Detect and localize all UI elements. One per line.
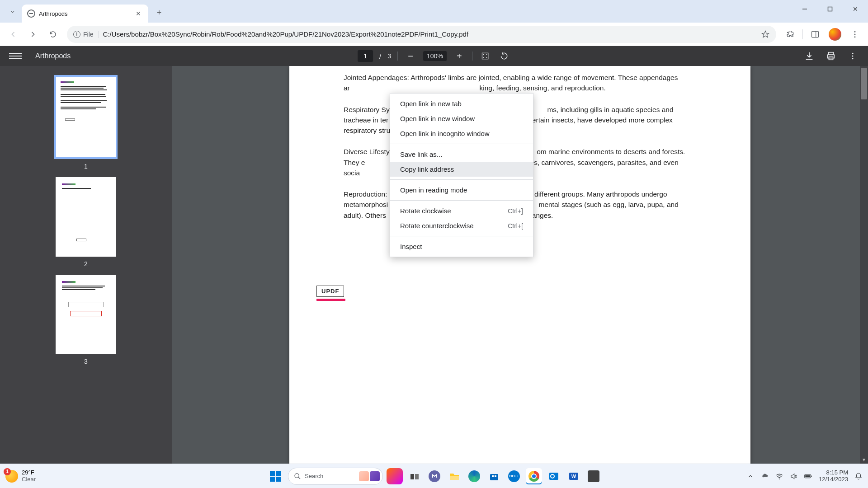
scroll-down-arrow[interactable]: ▼ [860, 455, 868, 464]
sidebar-toggle-button[interactable] [9, 50, 22, 62]
search-placeholder: Search [305, 473, 323, 479]
tab-search-dropdown[interactable] [4, 3, 22, 21]
taskbar-edge[interactable] [466, 468, 482, 484]
bookmark-star-icon[interactable] [761, 30, 770, 39]
vertical-scrollbar[interactable]: ▲ ▼ [860, 66, 868, 464]
thumbnail-page-1[interactable]: 1 [54, 75, 118, 170]
svg-rect-1 [828, 7, 832, 11]
extensions-icon[interactable] [782, 26, 799, 43]
updf-underline [316, 299, 345, 301]
ctx-save-link-as[interactable]: Save link as... [390, 147, 533, 162]
taskbar-app-icon[interactable] [406, 468, 423, 484]
weather-widget[interactable]: 1 29°F Clear [5, 469, 36, 483]
taskbar-dell[interactable]: DELL [506, 468, 522, 484]
start-button[interactable] [266, 467, 284, 485]
rotate-button[interactable] [498, 50, 510, 62]
close-tab-button[interactable]: ✕ [134, 9, 143, 18]
profile-avatar[interactable] [826, 26, 844, 43]
svg-point-5 [854, 33, 856, 35]
ctx-inspect[interactable]: Inspect [390, 239, 533, 254]
tray-clock[interactable]: 8:15 PM 12/14/2023 [819, 469, 848, 483]
zoom-level[interactable]: 100% [423, 51, 447, 61]
kebab-menu-icon[interactable] [846, 26, 863, 43]
svg-rect-17 [415, 474, 419, 479]
taskbar-app-icon[interactable] [426, 468, 443, 484]
taskbar-store[interactable] [486, 468, 502, 484]
tray-wifi-icon[interactable] [775, 472, 783, 480]
tray-date: 12/14/2023 [819, 476, 848, 483]
weather-alert-badge: 1 [4, 468, 11, 475]
ctx-separator [390, 236, 533, 236]
svg-rect-20 [492, 475, 494, 477]
taskbar-outlook[interactable] [546, 468, 562, 484]
taskbar-app-icon[interactable] [387, 468, 403, 484]
maximize-button[interactable] [817, 0, 843, 18]
reload-button[interactable] [44, 26, 61, 43]
svg-line-15 [298, 477, 300, 479]
taskbar-word[interactable]: W [566, 468, 582, 484]
svg-point-14 [295, 474, 299, 478]
tray-chevron-up-icon[interactable] [746, 472, 755, 480]
paragraph: Jointed Appendages: Arthropods' limbs ar… [344, 72, 696, 94]
page-number-input[interactable]: 1 [358, 50, 373, 62]
close-window-button[interactable]: ✕ [843, 0, 868, 18]
chip-divider [98, 31, 99, 38]
download-button[interactable] [803, 50, 816, 62]
ctx-rotate-clockwise[interactable]: Rotate clockwiseCtrl+] [390, 203, 533, 218]
svg-rect-30 [811, 475, 812, 477]
forward-button[interactable] [24, 26, 42, 43]
thumbnail-number: 2 [84, 260, 88, 267]
taskbar-search[interactable]: Search [288, 468, 383, 485]
updf-link-badge[interactable]: UPDF [316, 286, 344, 297]
page-separator: / [379, 52, 381, 60]
svg-text:W: W [571, 474, 576, 479]
search-highlight-icon [359, 471, 369, 481]
thumbnail-panel[interactable]: 1 2 3 [0, 66, 172, 464]
svg-rect-19 [490, 474, 498, 480]
browser-tab[interactable]: Arthropods ✕ [22, 5, 148, 23]
ctx-open-new-window[interactable]: Open link in new window [390, 111, 533, 126]
ctx-open-new-tab[interactable]: Open link in new tab [390, 96, 533, 111]
pdf-toolbar-center: 1 / 3 − 100% + [358, 50, 510, 62]
taskbar-file-explorer[interactable] [446, 468, 462, 484]
omnibox[interactable]: i File C:/Users/bobzr/Box%20Sync/Robin/R… [67, 26, 776, 43]
zoom-in-button[interactable]: + [453, 50, 466, 62]
pdf-more-menu[interactable] [846, 50, 859, 62]
svg-point-13 [852, 58, 854, 59]
fit-to-page-button[interactable] [479, 50, 491, 62]
search-icon [294, 473, 301, 480]
taskbar-app-icon[interactable] [585, 468, 602, 484]
tray-notifications-icon[interactable] [854, 472, 863, 480]
taskbar-chrome[interactable] [526, 468, 542, 484]
ctx-separator [390, 144, 533, 144]
ctx-rotate-counterclockwise[interactable]: Rotate counterclockwiseCtrl+[ [390, 218, 533, 233]
toolbar-divider [397, 52, 398, 61]
thumbnail-page-3[interactable]: 3 [56, 275, 116, 365]
pdf-toolbar-right [803, 50, 859, 62]
ctx-reading-mode[interactable]: Open in reading mode [390, 183, 533, 197]
svg-point-12 [852, 56, 854, 57]
tray-volume-icon[interactable] [790, 472, 798, 480]
svg-rect-16 [410, 474, 414, 479]
file-label: File [83, 31, 94, 38]
scroll-thumb[interactable] [861, 68, 867, 99]
tray-onedrive-icon[interactable] [761, 472, 769, 480]
windows-taskbar: 1 29°F Clear Search DELL W [0, 464, 868, 488]
new-tab-button[interactable]: + [151, 5, 167, 21]
print-button[interactable] [825, 50, 837, 62]
thumbnail-page-2[interactable]: 2 [56, 177, 116, 267]
tab-title: Arthropods [39, 10, 130, 17]
side-panel-icon[interactable] [807, 26, 824, 43]
info-icon: i [73, 31, 80, 38]
svg-point-4 [854, 31, 856, 32]
tray-battery-icon[interactable] [804, 472, 812, 480]
zoom-out-button[interactable]: − [404, 50, 417, 62]
minimize-button[interactable] [792, 0, 817, 18]
ctx-open-incognito[interactable]: Open link in incognito window [390, 126, 533, 141]
page-total: 3 [387, 52, 391, 60]
system-tray: 8:15 PM 12/14/2023 [746, 469, 863, 483]
back-button[interactable] [5, 26, 22, 43]
ctx-copy-link-address[interactable]: Copy link address [390, 162, 533, 177]
site-info-chip[interactable]: i File [73, 31, 99, 38]
ctx-separator [390, 179, 533, 180]
